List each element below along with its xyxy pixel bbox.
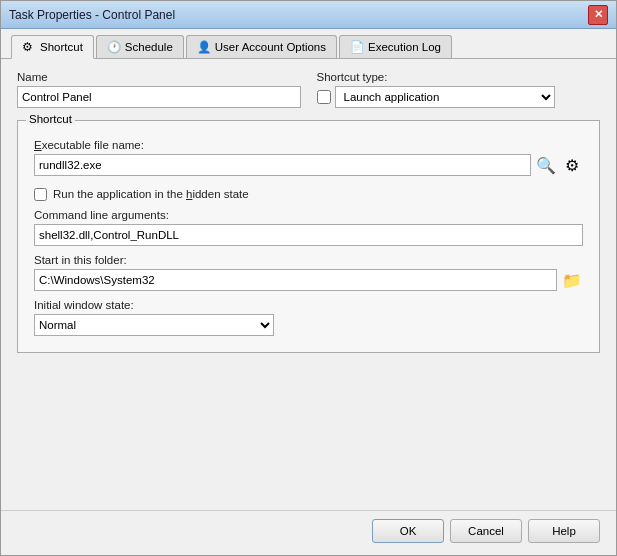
exe-label: Executable file name: bbox=[34, 139, 583, 151]
shortcut-group-label: Shortcut bbox=[26, 113, 75, 125]
folder-input[interactable] bbox=[34, 269, 557, 291]
exe-row: 🔍 ⚙ bbox=[34, 154, 583, 176]
cmd-input[interactable] bbox=[34, 224, 583, 246]
tab-shortcut[interactable]: ⚙ Shortcut bbox=[11, 35, 94, 59]
inner-shortcut: Executable file name: 🔍 ⚙ Run the applic… bbox=[26, 129, 591, 344]
exe-input[interactable] bbox=[34, 154, 531, 176]
log-tab-icon: 📄 bbox=[350, 40, 364, 54]
name-type-row: Name Shortcut type: Launch application bbox=[17, 71, 600, 108]
cmd-label: Command line arguments: bbox=[34, 209, 583, 221]
hidden-state-label: Run the application in the hidden state bbox=[53, 188, 249, 200]
window-state-select-row: Normal Minimized Maximized bbox=[34, 314, 583, 336]
exe-field-group: Executable file name: 🔍 ⚙ bbox=[34, 139, 583, 176]
ok-button[interactable]: OK bbox=[372, 519, 444, 543]
shortcut-type-field-group: Shortcut type: Launch application bbox=[317, 71, 601, 108]
titlebar: Task Properties - Control Panel ✕ bbox=[1, 1, 616, 29]
folder-browse-icon[interactable]: 📁 bbox=[561, 269, 583, 291]
shortcut-type-select[interactable]: Launch application bbox=[335, 86, 555, 108]
window-title: Task Properties - Control Panel bbox=[9, 8, 175, 22]
bottom-buttons: OK Cancel Help bbox=[1, 510, 616, 555]
cancel-button[interactable]: Cancel bbox=[450, 519, 522, 543]
settings-icon[interactable]: ⚙ bbox=[561, 154, 583, 176]
folder-field-group: Start in this folder: 📁 bbox=[34, 254, 583, 291]
shortcut-group-box: Shortcut Executable file name: 🔍 ⚙ bbox=[17, 120, 600, 353]
tab-user-label: User Account Options bbox=[215, 41, 326, 53]
hidden-state-checkbox[interactable] bbox=[34, 188, 47, 201]
folder-row: 📁 bbox=[34, 269, 583, 291]
shortcut-type-label: Shortcut type: bbox=[317, 71, 601, 83]
tab-user-account[interactable]: 👤 User Account Options bbox=[186, 35, 337, 58]
cmd-field-group: Command line arguments: bbox=[34, 209, 583, 246]
tab-schedule[interactable]: 🕐 Schedule bbox=[96, 35, 184, 58]
name-input[interactable] bbox=[17, 86, 301, 108]
tab-log-label: Execution Log bbox=[368, 41, 441, 53]
window-state-field-group: Initial window state: Normal Minimized M… bbox=[34, 299, 583, 336]
help-button[interactable]: Help bbox=[528, 519, 600, 543]
tab-shortcut-label: Shortcut bbox=[40, 41, 83, 53]
name-field-group: Name bbox=[17, 71, 301, 108]
user-tab-icon: 👤 bbox=[197, 40, 211, 54]
tab-execution-log[interactable]: 📄 Execution Log bbox=[339, 35, 452, 58]
tab-schedule-label: Schedule bbox=[125, 41, 173, 53]
browse-icon[interactable]: 🔍 bbox=[535, 154, 557, 176]
hidden-state-row: Run the application in the hidden state bbox=[34, 188, 583, 201]
window-state-label: Initial window state: bbox=[34, 299, 583, 311]
shortcut-type-checkbox[interactable] bbox=[317, 90, 331, 104]
folder-label: Start in this folder: bbox=[34, 254, 583, 266]
tabs-bar: ⚙ Shortcut 🕐 Schedule 👤 User Account Opt… bbox=[1, 29, 616, 59]
schedule-tab-icon: 🕐 bbox=[107, 40, 121, 54]
window-state-select[interactable]: Normal Minimized Maximized bbox=[34, 314, 274, 336]
content-area: Name Shortcut type: Launch application S… bbox=[1, 59, 616, 510]
exe-label-text: Executable file name: bbox=[34, 139, 144, 151]
shortcut-tab-icon: ⚙ bbox=[22, 40, 36, 54]
main-window: Task Properties - Control Panel ✕ ⚙ Shor… bbox=[0, 0, 617, 556]
name-label: Name bbox=[17, 71, 301, 83]
close-button[interactable]: ✕ bbox=[588, 5, 608, 25]
